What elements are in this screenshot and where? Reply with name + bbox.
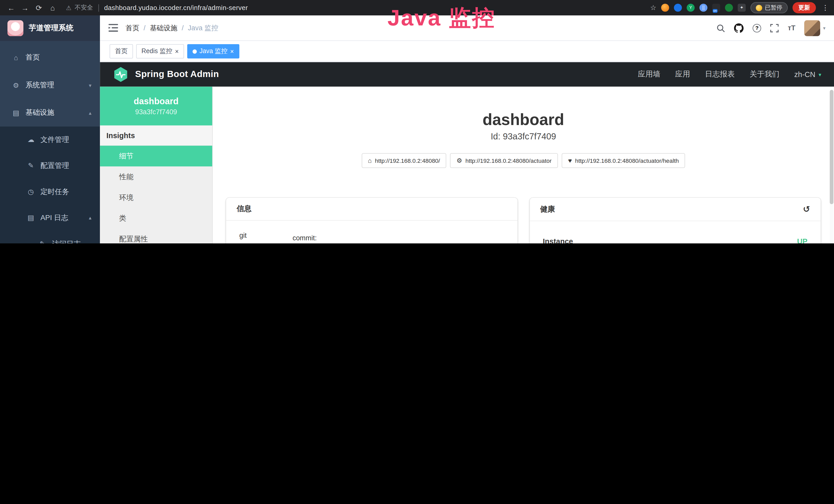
health-card-title: 健康 — [540, 204, 555, 214]
sidebar-item-api-logs[interactable]: ▤ API 日志 ▴ — [0, 205, 100, 231]
browser-update-button[interactable]: 更新 — [792, 2, 816, 13]
info-card-title: 信息 — [237, 204, 252, 214]
link-url: http://192.168.0.2:48080/ — [375, 157, 440, 164]
sba-menu-item-environment[interactable]: 环境 — [100, 187, 212, 208]
sidebar-menu: ⌂ 首页 ⚙ 系统管理 ▾ ▤ 基础设施 ▴ ☁ 文件管理 ✎ 配置管 — [0, 41, 100, 244]
scrollbar-thumb[interactable] — [830, 90, 833, 204]
screenshot-annotation: Java 监控 — [340, 3, 543, 33]
health-instance-row: Instance UP — [543, 225, 807, 244]
sidebar-item-label: 基础设施 — [25, 108, 54, 117]
sidebar-item-access-logs[interactable]: ✎ 访问日志 — [0, 231, 100, 244]
sidebar-item-label: 首页 — [25, 53, 40, 62]
cloud-icon: ☁ — [27, 136, 35, 143]
extension-icon[interactable] — [674, 4, 682, 12]
heart-icon: ♥ — [568, 157, 572, 164]
sidebar-item-label: API 日志 — [40, 213, 68, 222]
browser-menu-icon[interactable]: ⋮ — [822, 4, 829, 12]
breadcrumb-home[interactable]: 首页 — [126, 23, 139, 32]
history-icon[interactable]: ↺ — [803, 204, 810, 214]
close-icon[interactable]: × — [230, 48, 234, 54]
sidebar-item-system-mgmt[interactable]: ⚙ 系统管理 ▾ — [0, 71, 100, 99]
browser-forward-icon[interactable]: → — [19, 2, 31, 14]
tab-label: Redis 监控 — [141, 47, 172, 56]
warning-icon: ⚠ — [66, 4, 71, 12]
profile-paused-label: 已暂停 — [765, 4, 782, 12]
sidebar-item-scheduled-tasks[interactable]: ◷ 定时任务 — [0, 179, 100, 205]
gear-icon: ⚙ — [12, 81, 20, 89]
document-icon: ▤ — [27, 214, 35, 222]
address-bar[interactable]: ⚠ 不安全 dashboard.yudao.iocoder.cn/infra/a… — [66, 4, 248, 12]
search-icon[interactable] — [717, 24, 725, 32]
extensions-puzzle-icon[interactable]: ✦ — [738, 4, 746, 12]
extension-icon[interactable]: ⣿ — [699, 4, 707, 12]
sidebar-collapse-icon[interactable] — [108, 24, 118, 32]
user-menu[interactable]: ▾ — [805, 20, 826, 36]
health-key: Instance — [543, 237, 573, 244]
sba-insights-list: 细节 性能 环境 类 配置属性 计划任务 — [100, 145, 212, 244]
chevron-down-icon: ▾ — [823, 25, 825, 30]
sidebar-item-config-mgmt[interactable]: ✎ 配置管理 — [0, 153, 100, 179]
info-git-row: git commit: time: 1596289704000 id: 27aa… — [239, 225, 504, 244]
extension-icon[interactable] — [661, 4, 669, 12]
sba-nav-wallboard[interactable]: 应用墙 — [638, 70, 660, 79]
sidebar-item-file-mgmt[interactable]: ☁ 文件管理 — [0, 127, 100, 153]
sba-nav-applications[interactable]: 应用 — [675, 70, 690, 79]
sba-instance-header[interactable]: dashboard 93a3fc7f7409 — [100, 87, 212, 125]
github-icon[interactable] — [734, 23, 744, 32]
sidebar-item-infrastructure[interactable]: ▤ 基础设施 ▴ — [0, 99, 100, 127]
bookmark-star-icon[interactable]: ☆ — [650, 4, 656, 12]
tab-java-monitor[interactable]: Java 监控 × — [187, 44, 239, 59]
extension-icon[interactable] — [725, 4, 733, 12]
tab-redis-monitor[interactable]: Redis 监控 × — [136, 44, 184, 59]
edit-icon: ✎ — [27, 162, 35, 170]
sba-locale-value: zh-CN — [794, 70, 815, 78]
instance-link-actuator[interactable]: ⚙ http://192.168.0.2:48080/actuator — [450, 153, 558, 168]
screen: ← → ⟳ ⌂ ⚠ 不安全 dashboard.yudao.iocoder.cn… — [0, 0, 834, 244]
sba-menu-item-classes[interactable]: 类 — [100, 208, 212, 229]
breadcrumb-infrastructure[interactable]: 基础设施 — [150, 23, 177, 32]
divider — [98, 4, 99, 12]
sba-brand[interactable]: Spring Boot Admin — [113, 67, 219, 83]
home-icon: ⌂ — [368, 157, 372, 164]
profile-avatar — [756, 5, 762, 11]
breadcrumb: 首页 / 基础设施 / Java 监控 — [126, 23, 218, 32]
wrench-icon: ⚙ — [456, 157, 462, 164]
sidebar-brand[interactable]: 芋道管理系统 — [0, 16, 100, 41]
sba-menu-section-insights: Insights — [100, 125, 212, 146]
chevron-down-icon: ▾ — [89, 82, 91, 88]
link-url: http://192.168.0.2:48080/actuator — [465, 157, 552, 164]
chevron-down-icon: ▾ — [818, 72, 821, 77]
sba-nav: 应用墙 应用 日志报表 关于我们 zh-CN ▾ — [638, 70, 821, 79]
content-scrollbar[interactable] — [830, 90, 833, 244]
sba-locale-select[interactable]: zh-CN ▾ — [794, 70, 821, 78]
sba-menu-item-config-props[interactable]: 配置属性 — [100, 229, 212, 244]
extension-on-badge: on — [713, 9, 717, 13]
sba-menu-item-details[interactable]: 细节 — [100, 145, 212, 166]
tab-home[interactable]: 首页 — [110, 44, 133, 59]
sba-side-menu: dashboard 93a3fc7f7409 Insights 细节 性能 环境… — [100, 87, 213, 244]
browser-home-icon[interactable]: ⌂ — [47, 2, 59, 14]
breadcrumb-separator: / — [144, 24, 146, 32]
sba-nav-journal[interactable]: 日志报表 — [705, 70, 734, 79]
instance-links: ⌂ http://192.168.0.2:48080/ ⚙ http://192… — [213, 153, 834, 168]
sba-menu-item-performance[interactable]: 性能 — [100, 166, 212, 187]
sba-content: dashboard Id: 93a3fc7f7409 ⌂ http://192.… — [213, 87, 834, 244]
extension-icon[interactable]: on — [712, 4, 720, 12]
browser-back-icon[interactable]: ← — [5, 2, 17, 14]
help-icon[interactable]: ? — [753, 24, 761, 32]
instance-link-root[interactable]: ⌂ http://192.168.0.2:48080/ — [361, 153, 446, 168]
info-key: git — [239, 231, 292, 244]
page-subtitle: Id: 93a3fc7f7409 — [213, 131, 834, 141]
tag-tab-bar: 首页 Redis 监控 × Java 监控 × — [100, 41, 834, 62]
font-size-icon[interactable]: тT — [788, 24, 795, 32]
fullscreen-icon[interactable] — [770, 24, 779, 32]
close-icon[interactable]: × — [175, 48, 179, 54]
profile-paused-badge[interactable]: 已暂停 — [750, 2, 788, 13]
url-text[interactable]: dashboard.yudao.iocoder.cn/infra/admin-s… — [104, 4, 248, 12]
sba-nav-about[interactable]: 关于我们 — [749, 70, 779, 79]
instance-link-health[interactable]: ♥ http://192.168.0.2:48080/actuator/heal… — [562, 153, 685, 168]
sidebar-item-home[interactable]: ⌂ 首页 — [0, 44, 100, 71]
browser-reload-icon[interactable]: ⟳ — [33, 2, 45, 14]
extension-icon[interactable]: Y — [686, 4, 695, 12]
tab-label: 首页 — [115, 47, 128, 56]
